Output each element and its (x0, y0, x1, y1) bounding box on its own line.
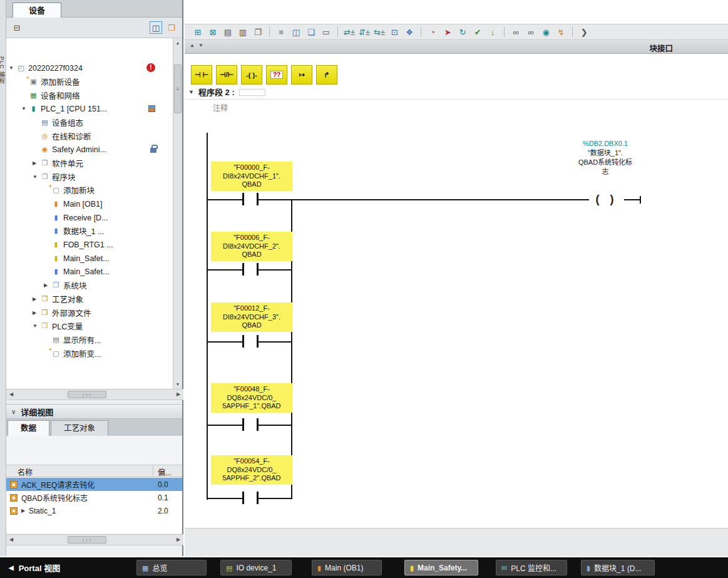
taskbar-item-overview[interactable]: ▦ 总览 (136, 560, 207, 575)
table-row-static-1[interactable]: ▶ Static_1 2.0 (6, 504, 182, 517)
caret-down-icon[interactable]: ▼ (33, 174, 40, 180)
operand-display-icon[interactable]: ⇵± (359, 26, 370, 38)
detail-view-header[interactable]: ∨ 详细视图 (6, 404, 182, 419)
contact-operand-4[interactable]: "F00048_F- DQ8x24VDC/0_ 5APPHF_1".QBAD (211, 383, 292, 413)
caret-right-icon[interactable]: ▶ (33, 310, 40, 316)
network-title-placeholder[interactable] (239, 89, 265, 96)
paste-icon[interactable]: ❐ (252, 26, 264, 38)
tree-item-fob-rtg1[interactable]: ▮ FOB_RTG1 ... (6, 238, 174, 251)
tree-vertical-scrollbar[interactable]: ▲ ≡ ▼ (173, 38, 182, 389)
caret-down-icon[interactable]: ▼ (188, 89, 194, 98)
call-structure-icon[interactable]: ❯ (578, 26, 590, 38)
taskbar-item-plc-monitoring[interactable]: ✉ PLC 监控和... (496, 560, 567, 575)
tree-item-plc1[interactable]: ▼ ▮ PLC_1 [CPU 151... (6, 102, 174, 115)
contact-operand-5[interactable]: "F00054_F- DQ8x24VDC/0_ 5APPHF_2".QBAD (211, 455, 292, 485)
detail-horizontal-scrollbar[interactable]: ◀ | | | ▶ (6, 534, 183, 545)
favorites-icon[interactable]: ⊡ (389, 26, 400, 38)
tree-item-software-units[interactable]: ▶ ❒ 软件单元 (6, 157, 174, 170)
delete-row-icon[interactable]: ▥ (237, 26, 249, 38)
tree-item-main-safety-fb[interactable]: ▮ Main_Safet... (6, 252, 174, 265)
no-contact-symbol-4[interactable] (242, 418, 259, 431)
expand-networks-icon[interactable]: ≡ (275, 26, 287, 38)
consistency-check-icon[interactable]: ✔ (472, 26, 483, 38)
scrollbar-thumb[interactable]: ≡ (174, 65, 182, 113)
tree-item-online-diagnostics[interactable]: ◎ 在线和诊断 (6, 130, 174, 143)
insert-row-icon[interactable]: ▤ (222, 26, 233, 38)
no-contact-symbol-5[interactable] (242, 492, 259, 504)
modify-values-icon[interactable]: ↯ (555, 26, 567, 38)
scroll-up-icon[interactable]: ▲ (173, 38, 182, 48)
collapse-networks-icon[interactable]: ◫ (290, 26, 302, 38)
tree-item-devices-networks[interactable]: ▦ 设备和网络 (6, 89, 174, 102)
nc-contact-button[interactable]: ⊣/⊢ (216, 65, 237, 85)
tree-item-data-block-1[interactable]: ▮ 数据块_1 ... (6, 224, 174, 237)
column-offset[interactable]: 偏... (158, 467, 172, 477)
tree-item-plc-tags[interactable]: ▼ ❒ PLC变量 (6, 319, 174, 333)
taskbar-item-main-ob1[interactable]: ▮ Main (OB1) (312, 560, 382, 575)
tree-item-project[interactable]: ▼ ◰ 20220227f0324 ! (6, 61, 174, 75)
tree-item-add-new-device[interactable]: ▣ 添加新设备 (6, 75, 174, 88)
no-contact-symbol-3[interactable] (242, 335, 259, 348)
scrollbar-thumb[interactable]: | | | (68, 391, 106, 398)
goto-previous-error-icon[interactable]: ◔ (427, 26, 438, 38)
tree-item-device-configuration[interactable]: ▤ 设备组态 (6, 116, 174, 129)
caret-right-icon[interactable]: ▶ (33, 160, 40, 166)
interface-expand-icon[interactable]: ▼ (198, 43, 203, 48)
tree-item-main-safety-db[interactable]: ▮ Main_Safet... (6, 265, 174, 278)
network-comment-icon[interactable]: ▭ (320, 26, 332, 38)
tree-item-add-new-block[interactable]: ▢ 添加新块 (6, 183, 174, 197)
tree-item-program-blocks[interactable]: ▼ ❒ 程序块 (6, 170, 174, 183)
tree-item-receive[interactable]: ▮ Receive [D... (6, 211, 174, 224)
taskbar-item-io-device[interactable]: ▤ IO device_1 (220, 560, 292, 575)
no-contact-symbol-2[interactable] (242, 263, 259, 276)
no-contact-symbol-1[interactable] (242, 193, 259, 205)
tab-data[interactable]: 数据 (8, 420, 49, 436)
scrollbar-thumb[interactable]: | | | (68, 536, 106, 544)
monitor-all-icon[interactable]: ∞ (525, 26, 536, 38)
details-view-toggle-icon[interactable]: ◫ (150, 21, 162, 34)
open-branch-button[interactable]: ↦ (291, 65, 312, 85)
tree-item-technology-objects[interactable]: ▶ ❒ 工艺对象 (6, 292, 174, 306)
block-interface-bar[interactable]: ▲ ▼ 块接口 (185, 40, 728, 54)
scroll-left-icon[interactable]: ◀ (6, 535, 16, 545)
table-row-ack-req[interactable]: ACK_REQ请求去钝化 0.0 (6, 478, 182, 491)
taskbar-item-data-block-1[interactable]: ▮ 数据块_1 (D... (581, 560, 655, 575)
tree-item-main-ob1[interactable]: ▮ Main [OB1] (6, 197, 174, 210)
tab-technology-objects[interactable]: 工艺对象 (51, 420, 108, 436)
caret-down-icon[interactable]: ▼ (21, 106, 29, 111)
tree-item-safety-administration[interactable]: ◉ Safety Admini... (6, 143, 174, 156)
tab-devices[interactable]: 设备 (13, 3, 61, 18)
coil-operand[interactable]: %DB2.DBX0.1 "数据块_1". QBAD系统钝化标 志 (543, 139, 668, 177)
scroll-right-icon[interactable]: ▶ (173, 535, 183, 545)
caret-right-icon[interactable]: ▶ (44, 282, 51, 288)
monitoring-on-off-icon[interactable]: ∞ (510, 26, 521, 38)
network-comment-row[interactable]: 注释 (185, 99, 728, 115)
contact-operand-1[interactable]: "F00000_F- DI8x24VDCHF_1". QBAD (211, 162, 292, 191)
caret-down-icon[interactable]: ▼ (33, 323, 40, 329)
scroll-right-icon[interactable]: ▶ (173, 390, 183, 400)
column-divider[interactable] (153, 465, 153, 477)
goto-next-error-icon[interactable]: ➤ (442, 26, 453, 38)
contact-operand-3[interactable]: "F00012_F- DI8x24VDCHF_3". QBAD (211, 302, 292, 332)
taskbar-item-main-safety[interactable]: ▮ Main_Safety... (404, 560, 478, 575)
interface-collapse-icon[interactable]: ▲ (190, 43, 195, 48)
chevron-down-icon[interactable]: ∨ (11, 408, 16, 415)
tree-item-external-sources[interactable]: ▶ ❒ 外部源文件 (6, 306, 174, 319)
column-name[interactable]: 名称 (18, 467, 33, 477)
tree-item-add-new-tag[interactable]: ▢ 添加新变... (6, 347, 174, 360)
tree-horizontal-scrollbar[interactable]: ◀ | | | ▶ (6, 389, 183, 400)
scroll-left-icon[interactable]: ◀ (6, 390, 16, 400)
caret-right-icon[interactable]: ▶ (21, 508, 29, 513)
open-editors-icon[interactable]: ❒ (165, 21, 178, 34)
tree-item-system-blocks[interactable]: ▶ ❒ 系统块 (6, 279, 174, 292)
table-row-qbad[interactable]: QBAD系统钝化标志 0.1 (6, 491, 182, 504)
snapshot-icon[interactable]: ◉ (540, 26, 551, 38)
tree-item-show-all-tags[interactable]: ▤ 显示所有... (6, 333, 174, 346)
coil-button[interactable]: -( )- (241, 65, 262, 85)
delete-network-icon[interactable]: ⊠ (207, 26, 218, 38)
contact-operand-2[interactable]: "F00006_F- DI8x24VDCHF_2". QBAD (211, 232, 292, 261)
empty-box-button[interactable]: ?? (266, 65, 287, 85)
coil-symbol[interactable]: ( ) (589, 190, 624, 209)
download-icon[interactable]: ↓ (487, 26, 498, 38)
update-block-calls-icon[interactable]: ↻ (457, 26, 468, 38)
